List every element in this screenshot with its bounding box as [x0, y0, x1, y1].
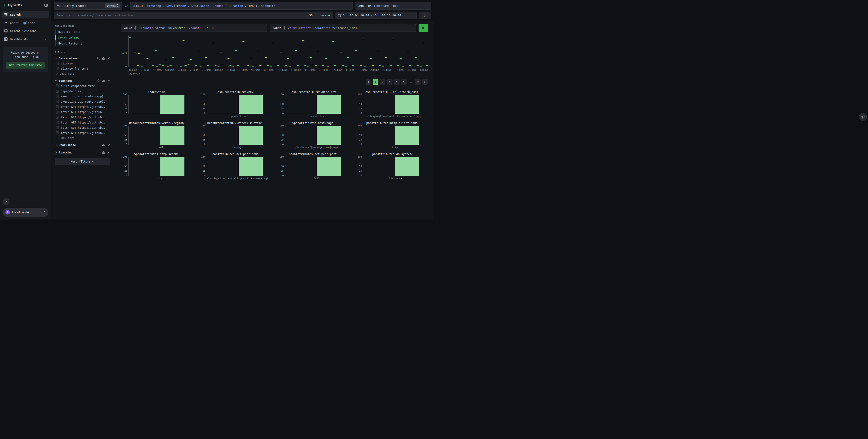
checkbox[interactable] [56, 90, 59, 93]
checkbox[interactable] [56, 121, 59, 124]
delta-mark [252, 66, 254, 66]
filter-group-spankind: SpanKind [55, 150, 110, 155]
pagination-page-2[interactable]: 2 [380, 79, 385, 85]
app-logo[interactable]: HyperDX [3, 3, 23, 7]
attribute-bar-chart: TraceState10050250 [121, 90, 192, 118]
sidebar-collapse-icon[interactable] [44, 3, 48, 7]
more-filters-button[interactable]: More filters [55, 158, 110, 165]
analysis-mode-results-table[interactable]: Results Table [56, 29, 110, 35]
pin-icon[interactable] [107, 143, 110, 146]
filter-value-row[interactable]: fetch GET https://github.… [55, 130, 110, 136]
checkbox[interactable] [56, 126, 59, 129]
get-started-button[interactable]: Get Started for Free [6, 62, 45, 68]
checkbox[interactable] [56, 131, 59, 135]
bar-chart-icon[interactable] [102, 57, 105, 60]
value-expression-input[interactable]: Value i (countIf(StatusCode='Error')/cou… [121, 24, 267, 32]
bar[interactable] [160, 95, 184, 114]
sql-select-editor[interactable]: SELECT Timestamp, ServiceName, StatusCod… [130, 2, 353, 9]
checkbox[interactable] [56, 116, 59, 119]
filter-value-row[interactable]: build component tree [55, 83, 110, 89]
filter-value-row[interactable]: fetch GET https://github.… [55, 109, 110, 115]
pagination-page-3[interactable]: 3 [387, 79, 393, 85]
count-expression-input[interactable]: Count i countDistinct(SpanAttributes['us… [270, 24, 416, 32]
run-query-button[interactable] [418, 24, 428, 32]
search-bar[interactable]: SQL | Lucene [54, 11, 333, 19]
checkbox[interactable] [56, 67, 59, 70]
bar[interactable] [317, 157, 341, 176]
pagination-page-5[interactable]: 5 [401, 79, 407, 85]
sidebar-item-client-sessions[interactable]: Client Sessions [2, 27, 49, 35]
analysis-mode-event-patterns[interactable]: Event Patterns [56, 41, 110, 46]
bar[interactable] [395, 95, 419, 114]
filter-value-row[interactable]: executing api route (app)… [55, 94, 110, 99]
checkbox[interactable] [56, 84, 59, 87]
search-input[interactable] [57, 13, 307, 17]
bar-chart-icon[interactable] [102, 79, 105, 82]
filter-value-row[interactable]: clickpy-frontend [55, 66, 110, 71]
bar-chart-icon[interactable] [102, 143, 105, 146]
sidebar-item-search[interactable]: Search [2, 11, 49, 19]
pagination-page-1[interactable]: 1 [373, 79, 378, 85]
filter-value-row[interactable]: dependencies [55, 89, 110, 94]
checkbox[interactable] [56, 95, 59, 98]
load-more-button[interactable]: Load more [55, 71, 110, 76]
source-selector[interactable]: ClickPy Traces Schema [54, 2, 122, 9]
filter-value-row[interactable]: fetch GET https://github.… [55, 125, 110, 130]
pin-icon[interactable] [107, 79, 110, 82]
bar[interactable] [239, 157, 263, 176]
search-icon[interactable] [97, 57, 100, 60]
filter-value-row[interactable]: fetch GET https://github.… [55, 104, 110, 109]
checkbox[interactable] [56, 105, 59, 108]
analysis-mode-event-deltas[interactable]: Event Deltas [56, 35, 110, 41]
bar[interactable] [160, 126, 184, 145]
mode-sql[interactable]: SQL [309, 13, 314, 17]
filter-group-header-servicename[interactable]: ServiceName [55, 56, 110, 61]
bar[interactable] [160, 157, 184, 176]
chart-plot: 10050250 [363, 126, 427, 145]
pagination-page-9[interactable]: 9 [415, 79, 421, 85]
mode-lucene[interactable]: Lucene [320, 13, 330, 17]
checkbox[interactable] [56, 62, 59, 65]
pagination-page-4[interactable]: 4 [394, 79, 400, 85]
bar[interactable] [317, 126, 341, 145]
search-submit-button[interactable]: ▷ [419, 11, 431, 19]
filter-value-row[interactable]: executing api route (app)… [55, 99, 110, 104]
filter-value-row[interactable]: fetch GET https://github.… [55, 120, 110, 125]
filter-value-row[interactable]: fetch GET https://github.… [55, 115, 110, 120]
checkbox[interactable] [56, 111, 59, 114]
help-button[interactable]: ? [3, 198, 9, 205]
pin-icon[interactable] [107, 151, 110, 154]
filter-group-header-spankind[interactable]: SpanKind [55, 150, 110, 155]
bar[interactable] [317, 95, 341, 114]
bar[interactable] [395, 157, 419, 176]
gear-icon[interactable]: ⚙ [124, 4, 128, 8]
checkbox[interactable] [56, 100, 59, 103]
show-more-button[interactable]: Show more [55, 136, 110, 140]
chart-plot-area[interactable]: 10.50 [128, 35, 428, 67]
y-axis-tick-label: 50 [281, 103, 284, 105]
source-label: ClickPy Traces [61, 4, 87, 7]
date-range-label: Oct 10 04:16:14 - Oct 10 16:16:14 [343, 13, 401, 17]
order-by-editor[interactable]: ORDER BY Timestamp DESC [355, 2, 431, 9]
local-mode-button[interactable]: U Local mode [3, 208, 48, 217]
bar[interactable] [395, 126, 419, 145]
bar-chart-icon[interactable] [102, 151, 105, 154]
pin-icon[interactable] [107, 57, 110, 60]
pagination-next[interactable] [422, 79, 428, 85]
pagination-prev[interactable] [366, 79, 371, 85]
schema-badge[interactable]: Schema [105, 3, 120, 8]
search-icon[interactable] [97, 79, 100, 82]
filter-value-row[interactable]: clickpy [55, 61, 110, 66]
bar[interactable] [239, 95, 263, 114]
app-root: HyperDX SearchChart ExplorerClient Sessi… [0, 0, 434, 220]
filter-group-header-statuscode[interactable]: StatusCode [55, 142, 110, 148]
sidebar-item-dashboards[interactable]: Dashboards [2, 35, 49, 43]
bar[interactable] [239, 126, 263, 145]
y-axis-tick-label: 100 [201, 155, 206, 158]
delta-mark [280, 52, 282, 53]
filter-group-header-spanname[interactable]: SpanName [55, 78, 110, 83]
delta-mark [197, 51, 199, 51]
date-range-picker[interactable]: Oct 10 04:16:14 - Oct 10 16:16:14 [335, 11, 417, 19]
sidebar-item-chart-explorer[interactable]: Chart Explorer [2, 19, 49, 27]
delta-mark [174, 66, 176, 66]
